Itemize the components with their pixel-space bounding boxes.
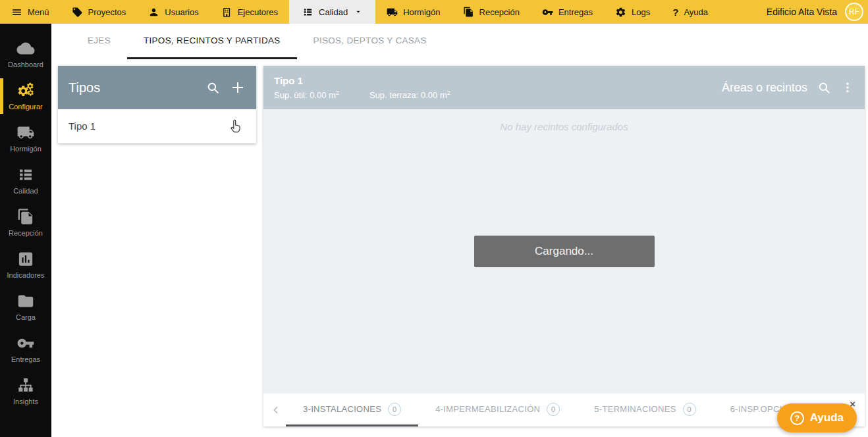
loading-toast: Cargando... bbox=[474, 236, 655, 267]
config-tabbar: EJES TIPOS, RECINTOS Y PARTIDAS PISOS, D… bbox=[51, 24, 868, 59]
tab-terminaciones[interactable]: 5-TERMINACIONES 0 bbox=[577, 394, 713, 426]
truck-icon bbox=[16, 124, 36, 141]
bar-chart-icon bbox=[16, 250, 36, 268]
sidebar-item-label: Carga bbox=[16, 313, 36, 321]
menubar-item-entregas[interactable]: Entregas bbox=[531, 0, 604, 24]
partidas-tabbar: 3-INSTALACIONES 0 4-IMPERMEABILIZACIÓN 0… bbox=[263, 394, 865, 426]
menubar-item-logs[interactable]: Logs bbox=[604, 0, 661, 24]
chevron-left-icon bbox=[271, 405, 281, 415]
menubar-item-ayuda[interactable]: ? Ayuda bbox=[661, 0, 719, 24]
menubar-item-calidad-selected[interactable]: Calidad bbox=[289, 0, 375, 24]
menubar-item-label: Hormigón bbox=[403, 7, 440, 17]
tab-instalaciones[interactable]: 3-INSTALACIONES 0 bbox=[286, 394, 418, 426]
sidebar-item-label: Entregas bbox=[11, 355, 40, 363]
main-content: EJES TIPOS, RECINTOS Y PARTIDAS PISOS, D… bbox=[51, 24, 868, 437]
cloud-icon bbox=[16, 39, 36, 57]
truck-icon bbox=[387, 7, 398, 18]
sidebar: Dashboard Configurar Hormigón Calidad Re… bbox=[0, 24, 51, 437]
gear-icon bbox=[615, 7, 626, 18]
tab-label: 4-IMPERMEABILIZACIÓN bbox=[435, 404, 540, 414]
content-row: Tipos Tipo 1 Tipo 1 Sup. útil: 0.00 m2 S… bbox=[51, 59, 868, 426]
menubar-item-label: Calidad bbox=[319, 7, 348, 17]
paste-icon bbox=[463, 7, 474, 18]
menubar-item-label: Entregas bbox=[558, 7, 593, 17]
mouse-hand-cursor bbox=[228, 118, 243, 135]
empty-recintos-message: No hay recintos configurados bbox=[500, 121, 628, 132]
recintos-panel: Tipo 1 Sup. útil: 0.00 m2 Sup. terraza: … bbox=[263, 66, 865, 426]
tab-label: 3-INSTALACIONES bbox=[303, 404, 381, 414]
tab-pisos-deptos-casas[interactable]: PISOS, DEPTOS Y CASAS bbox=[297, 24, 443, 59]
sidebar-item-recepcion[interactable]: Recepción bbox=[0, 201, 51, 244]
menubar-item-hormigon[interactable]: Hormigón bbox=[375, 0, 451, 24]
tag-icon bbox=[72, 7, 83, 18]
count-badge: 0 bbox=[388, 403, 401, 416]
user-icon bbox=[148, 7, 159, 18]
sidebar-item-insights[interactable]: Insights bbox=[0, 370, 51, 412]
sidebar-item-dashboard[interactable]: Dashboard bbox=[0, 33, 51, 75]
paste-icon bbox=[16, 208, 36, 226]
tipo-list-item[interactable]: Tipo 1 bbox=[58, 109, 256, 143]
menubar-item-proyectos[interactable]: Proyectos bbox=[61, 0, 138, 24]
areas-o-recintos-title: Áreas o recintos bbox=[722, 81, 807, 95]
sup-terraza-value: Sup. terraza: 0.00 m2 bbox=[369, 90, 450, 100]
sidebar-item-carga[interactable]: Carga bbox=[0, 286, 51, 328]
menubar-item-recepcion[interactable]: Recepción bbox=[452, 0, 531, 24]
sidebar-item-indicadores[interactable]: Indicadores bbox=[0, 244, 51, 286]
sidebar-item-label: Indicadores bbox=[7, 271, 45, 279]
sidebar-item-label: Configurar bbox=[9, 103, 42, 111]
building-icon bbox=[221, 7, 232, 18]
add-tipo-icon[interactable] bbox=[230, 80, 246, 95]
menubar-item-label: Ayuda bbox=[684, 7, 708, 17]
menubar-item-usuarios[interactable]: Usuarios bbox=[137, 0, 209, 24]
search-icon[interactable] bbox=[206, 81, 220, 95]
key-icon bbox=[542, 7, 553, 18]
sidebar-item-calidad[interactable]: Calidad bbox=[0, 159, 51, 201]
tipo-list-item-label: Tipo 1 bbox=[68, 120, 95, 132]
kebab-menu-icon[interactable] bbox=[841, 81, 854, 94]
project-name: Edificio Alta Vista bbox=[767, 7, 837, 17]
surface-summary: Sup. útil: 0.00 m2 Sup. terraza: 0.00 m2 bbox=[274, 90, 450, 100]
topbar-right: Edificio Alta Vista RF bbox=[767, 0, 868, 24]
close-icon[interactable]: × bbox=[850, 398, 855, 409]
question-icon: ? bbox=[672, 7, 678, 18]
folder-icon bbox=[16, 292, 36, 310]
tipos-panel-title: Tipos bbox=[68, 80, 206, 95]
sidebar-item-label: Recepción bbox=[9, 229, 43, 237]
menubar-item-ejecutores[interactable]: Ejecutores bbox=[210, 0, 289, 24]
menubar-item-label: Logs bbox=[632, 7, 650, 17]
tab-label: 5-TERMINACIONES bbox=[594, 404, 676, 414]
tab-tipos-recintos-partidas[interactable]: TIPOS, RECINTOS Y PARTIDAS bbox=[127, 24, 297, 59]
sidebar-item-label: Insights bbox=[13, 398, 38, 405]
ayuda-fab-button[interactable]: ? Ayuda × bbox=[777, 403, 857, 432]
tab-impermeabilizacion[interactable]: 4-IMPERMEABILIZACIÓN 0 bbox=[418, 394, 577, 426]
avatar[interactable]: RF bbox=[845, 3, 863, 21]
menubar-item-label: Usuarios bbox=[165, 7, 198, 17]
menubar-item-label: Ejecutores bbox=[238, 7, 278, 17]
menu-button[interactable]: Menú bbox=[0, 0, 61, 24]
tabs-scroll-left-button[interactable] bbox=[266, 394, 286, 426]
tab-ejes[interactable]: EJES bbox=[71, 24, 127, 59]
gears-icon bbox=[16, 82, 36, 99]
count-badge: 0 bbox=[683, 403, 696, 416]
hamburger-icon bbox=[11, 7, 22, 18]
recintos-panel-body: No hay recintos configurados Cargando... bbox=[263, 109, 865, 394]
list-icon bbox=[16, 166, 36, 184]
sidebar-item-label: Calidad bbox=[13, 187, 38, 195]
chevron-down-icon bbox=[354, 8, 362, 16]
question-icon: ? bbox=[790, 411, 804, 425]
sidebar-item-entregas[interactable]: Entregas bbox=[0, 328, 51, 370]
tipos-panel-header: Tipos bbox=[58, 66, 256, 109]
list-icon bbox=[302, 7, 313, 18]
menubar-item-label: Proyectos bbox=[88, 7, 126, 17]
search-icon[interactable] bbox=[817, 81, 831, 95]
menubar-item-label: Recepción bbox=[479, 7, 520, 17]
menu-label: Menú bbox=[28, 7, 49, 17]
sidebar-item-label: Hormigón bbox=[10, 145, 41, 153]
sitemap-icon bbox=[16, 376, 36, 394]
sidebar-item-configurar-active[interactable]: Configurar bbox=[0, 75, 51, 117]
top-menubar: Menú Proyectos Usuarios Ejecutores Calid… bbox=[0, 0, 868, 24]
recintos-panel-title: Tipo 1 bbox=[274, 75, 450, 86]
sidebar-item-hormigon[interactable]: Hormigón bbox=[0, 117, 51, 159]
ayuda-fab-label: Ayuda bbox=[810, 411, 844, 424]
sidebar-item-label: Dashboard bbox=[8, 61, 43, 68]
